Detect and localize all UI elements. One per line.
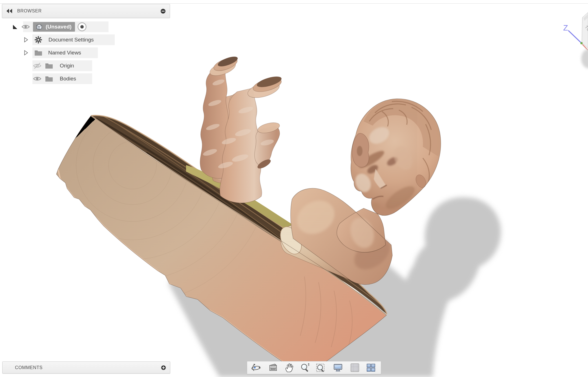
document-name: (Unsaved) (46, 24, 72, 30)
tree-item-label: Document Settings (48, 37, 94, 43)
expander-collapsed-icon[interactable] (24, 37, 28, 43)
minimize-panel-icon[interactable] (160, 8, 166, 14)
display-settings-button[interactable] (332, 362, 345, 373)
orbit-icon (250, 363, 262, 373)
folder-icon (45, 62, 53, 69)
tree-row-origin[interactable]: Origin (2, 60, 171, 71)
gear-icon (34, 36, 42, 44)
z-axis-label: Z (563, 23, 568, 32)
grid-icon (350, 363, 360, 373)
visibility-off-eye-icon[interactable] (33, 62, 41, 69)
browser-panel-header[interactable]: BROWSER (2, 4, 170, 18)
tree-item-label: Named Views (48, 50, 81, 56)
expander-expanded-icon[interactable] (12, 24, 18, 30)
browser-panel-title: BROWSER (17, 8, 42, 14)
tree-row-document[interactable]: (Unsaved) (2, 21, 171, 32)
navigation-toolbar (247, 361, 381, 374)
pan-hand-icon (284, 363, 295, 373)
tree-item-label: Bodies (60, 76, 76, 82)
viewcube-corner-dot (580, 42, 583, 44)
fusion360-canvas: TOP Z BROWSER (0, 0, 588, 377)
zoom-window-tool-button[interactable] (315, 362, 328, 373)
comments-panel-title: COMMENTS (15, 365, 43, 370)
z-axis-line (568, 30, 581, 43)
tree-row-named-views[interactable]: Named Views (2, 47, 171, 58)
canvas-top-border (0, 3, 588, 4)
pan-tool-button[interactable] (283, 362, 295, 373)
viewcube-shadow (581, 49, 588, 68)
zoom-icon (300, 363, 311, 373)
add-comment-icon[interactable] (161, 365, 166, 370)
visibility-eye-icon[interactable] (21, 24, 30, 30)
comments-panel-header[interactable]: COMMENTS (2, 361, 170, 374)
look-at-icon (268, 363, 279, 373)
tree-item-label: Origin (60, 63, 74, 69)
grid-settings-button[interactable] (349, 362, 361, 373)
zoom-window-icon (315, 363, 327, 373)
activate-document-radio[interactable] (77, 22, 87, 32)
component-cube-icon (35, 23, 43, 31)
display-settings-icon (333, 363, 344, 373)
expander-collapsed-icon[interactable] (24, 50, 28, 56)
orbit-tool-button[interactable] (249, 362, 262, 373)
tree-row-bodies[interactable]: Bodies (2, 73, 171, 84)
viewports-icon (366, 363, 376, 373)
zoom-tool-button[interactable] (299, 362, 312, 373)
browser-tree: (Unsaved) (2, 18, 182, 91)
active-document-item[interactable]: (Unsaved) (33, 22, 75, 32)
viewcube[interactable]: TOP Z (563, 12, 588, 68)
folder-icon (45, 75, 53, 82)
visibility-eye-icon[interactable] (33, 76, 41, 82)
folder-icon (34, 49, 43, 56)
tree-row-document-settings[interactable]: Document Settings (2, 34, 171, 45)
collapse-panel-icon[interactable] (6, 8, 13, 14)
look-at-tool-button[interactable] (267, 362, 280, 373)
viewports-button[interactable] (365, 362, 377, 373)
